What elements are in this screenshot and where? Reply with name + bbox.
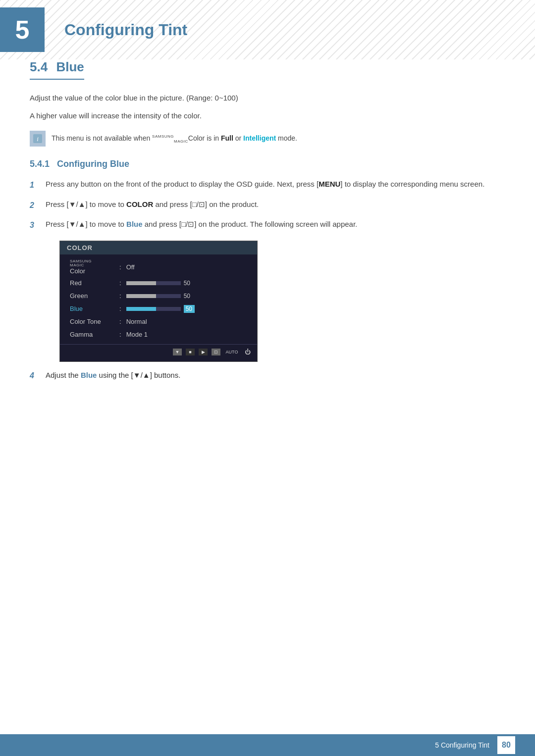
section-title: 5.4 Blue [30,59,84,80]
step-4-number: 4 [30,371,41,380]
step-3-text: Press [▼/▲] to move to Blue and press [□… [46,218,357,230]
chapter-title: Configuring Tint [54,21,187,39]
osd-label-blue: Blue [70,305,119,312]
color-term: COLOR [126,200,153,208]
osd-btn-right: ▶ [199,349,208,355]
steps-list: 1 Press any button on the front of the p… [30,178,505,232]
osd-label-colortone: Color Tone [70,318,119,325]
osd-bar-blue: 50 [126,305,250,313]
osd-num-blue: 50 [184,305,195,313]
blue-term-step4: Blue [81,371,97,379]
osd-label-green: Green [70,292,119,300]
step-3: 3 Press [▼/▲] to move to Blue and press … [30,218,505,232]
step-1-text: Press any button on the front of the pro… [46,178,484,190]
svg-text:i: i [37,135,39,143]
osd-row-magic: SAMSUNGMAGIC Color : Off [60,257,257,277]
osd-row-gamma: Gamma : Mode 1 [60,328,257,341]
step-4: 4 Adjust the Blue using the [▼/▲] button… [30,371,505,380]
section-number: 5.4 [30,59,48,74]
osd-header: COLOR [60,241,257,254]
osd-value-gamma: Mode 1 [126,331,250,338]
description-1: Adjust the value of the color blue in th… [30,92,505,104]
footer-page-number: 80 [497,736,515,754]
osd-bar-red: 50 [126,280,250,287]
osd-btn-down: ▼ [173,349,182,355]
osd-controls: ▼ ■ ▶ ⊡ AUTO ⏻ [60,344,257,356]
subsection-title: 5.4.1 Configuring Blue [30,159,505,169]
osd-row-red: Red : 50 [60,277,257,290]
note-text: This menu is not available when SAMSUNGM… [52,131,297,145]
subsection-number: 5.4.1 [30,159,50,169]
chapter-number-box: 5 [0,7,45,52]
osd-screen: COLOR SAMSUNGMAGIC Color : Off Red : [59,241,258,362]
menu-key: MENU [319,180,340,188]
magic-color-brand: SAMSUNGMAGICColor [152,134,205,142]
osd-num-green: 50 [184,293,195,300]
osd-bar-fill-green [126,294,157,298]
osd-row-green: Green : 50 [60,290,257,302]
osd-btn-power: ⏻ [243,349,252,355]
step-4-text: Adjust the Blue using the [▼/▲] buttons. [46,371,180,379]
step-1: 1 Press any button on the front of the p… [30,178,505,192]
step-1-number: 1 [30,179,41,192]
osd-container: COLOR SAMSUNGMAGIC Color : Off Red : [59,241,505,362]
osd-label-gamma: Gamma [70,331,119,338]
osd-row-colortone: Color Tone : Normal [60,315,257,328]
section-name: Blue [56,59,84,74]
osd-label-red: Red [70,279,119,287]
footer-text: 5 Configuring Tint [435,741,489,749]
osd-auto-label: AUTO [224,349,239,355]
osd-value-magic: Off [126,263,250,271]
note-icon: i [30,131,46,147]
step-3-number: 3 [30,219,41,232]
description-2: A higher value will increase the intensi… [30,110,505,122]
subsection-name: Configuring Blue [57,159,129,169]
step-2: 2 Press [▼/▲] to move to COLOR and press… [30,199,505,212]
osd-bar-fill-red [126,281,157,285]
note-box: i This menu is not available when SAMSUN… [30,131,505,147]
main-content: 5.4 Blue Adjust the value of the color b… [0,59,535,380]
chapter-number: 5 [15,15,30,45]
osd-row-blue: Blue : 50 [60,302,257,315]
osd-btn-enter: ⊡ [212,349,220,355]
page-footer: 5 Configuring Tint 80 [0,734,535,756]
chapter-header: 5 Configuring Tint [0,0,535,59]
osd-btn-left: ■ [186,349,195,355]
osd-value-colortone: Normal [126,318,250,325]
osd-bar-fill-blue [126,307,157,311]
osd-label-magic: SAMSUNGMAGIC Color [70,259,119,275]
blue-term-step3: Blue [126,220,143,228]
step-2-text: Press [▼/▲] to move to COLOR and press [… [46,199,259,210]
step-2-number: 2 [30,199,41,212]
osd-num-red: 50 [184,280,195,287]
osd-bar-green: 50 [126,293,250,300]
